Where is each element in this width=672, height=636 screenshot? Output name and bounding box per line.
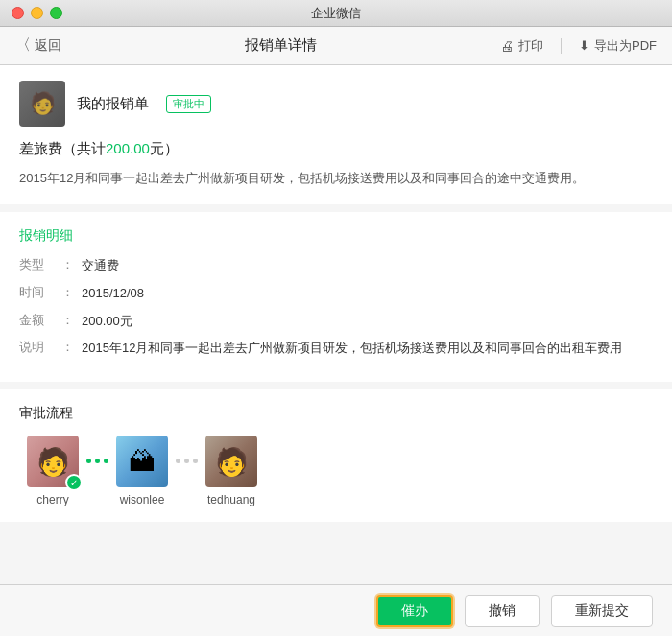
requester-section: 🧑 我的报销单 审批中 差旅费（共计200.00元） 2015年12月和同事一起… [0,65,672,204]
dot-1 [86,459,91,463]
dot-5 [184,459,189,463]
approval-avatar-wrap-wisonlee: 🏔 [116,436,168,487]
print-button[interactable]: 打印 [500,37,543,55]
bottom-bar: 催办 撤销 重新提交 [0,584,672,636]
detail-desc-row: 说明 ： 2015年12月和同事一起出差去广州做新项目研发，包括机场接送费用以及… [19,339,653,359]
dot-3 [104,459,108,463]
minimize-button[interactable] [31,7,43,19]
expense-title-text: 差旅费（共计 [19,140,106,156]
print-label: 打印 [518,37,543,55]
colon-1: ： [61,256,74,273]
time-label: 时间 [19,284,61,301]
nav-bar: 〈 返回 报销单详情 打印 导出为PDF [0,27,672,65]
confirm-button[interactable]: 催办 [376,595,453,627]
approval-flow: 🧑 ✓ cherry 🏔 wisonlee [19,436,653,506]
approval-person-tedhuang: 🧑 tedhuang [205,436,257,506]
dot-2 [95,459,100,463]
print-icon [500,38,514,54]
approval-dots-1 [86,459,108,463]
traffic-lights [12,7,62,19]
type-value: 交通费 [82,256,119,276]
dot-6 [193,459,198,463]
expense-title: 差旅费（共计200.00元） [19,140,653,158]
back-button[interactable]: 〈 返回 [15,35,61,56]
maximize-button[interactable] [50,7,62,19]
colon-4: ： [61,339,74,356]
chevron-left-icon: 〈 [15,35,31,56]
approval-name-cherry: cherry [36,493,68,506]
approval-title: 审批流程 [19,405,653,422]
cancel-button[interactable]: 撤销 [465,595,540,627]
avatar-image: 🧑 [19,81,65,127]
expense-amount: 200.00 [106,140,150,156]
title-bar: 企业微信 [0,0,672,27]
amount-label: 金额 [19,312,61,329]
requester-header: 🧑 我的报销单 审批中 [19,81,653,127]
dot-4 [176,459,180,463]
detail-title: 报销明细 [19,227,653,245]
approval-avatar-wrap-cherry: 🧑 ✓ [27,436,79,487]
content-area: 🧑 我的报销单 审批中 差旅费（共计200.00元） 2015年12月和同事一起… [0,65,672,584]
approval-avatar-wisonlee: 🏔 [116,436,168,487]
avatar: 🧑 [19,81,65,127]
expense-currency: 元） [150,140,179,156]
export-button[interactable]: 导出为PDF [579,37,657,55]
amount-value: 200.00元 [82,312,132,332]
resubmit-button[interactable]: 重新提交 [551,595,653,627]
colon-3: ： [61,312,74,329]
close-button[interactable] [12,7,24,19]
expense-description: 2015年12月和同事一起出差去广州做新项目研发，包括机场接送费用以及和同事回合… [19,168,653,189]
export-icon [579,38,589,53]
desc-value: 2015年12月和同事一起出差去广州做新项目研发，包括机场接送费用以及和同事回合… [82,339,622,359]
approval-person-wisonlee: 🏔 wisonlee [116,436,168,506]
approval-dots-2 [176,459,198,463]
colon-2: ： [61,284,74,301]
requester-name: 我的报销单 [77,95,149,113]
detail-type-row: 类型 ： 交通费 [19,256,653,276]
approval-avatar-tedhuang: 🧑 [205,436,257,487]
approval-avatar-wrap-tedhuang: 🧑 [205,436,257,487]
approval-person-cherry: 🧑 ✓ cherry [27,436,79,506]
export-label: 导出为PDF [594,37,657,55]
nav-actions: 打印 导出为PDF [500,37,657,55]
detail-time-row: 时间 ： 2015/12/08 [19,284,653,304]
time-value: 2015/12/08 [82,284,144,304]
approval-check-cherry: ✓ [65,474,83,491]
detail-section: 报销明细 类型 ： 交通费 时间 ： 2015/12/08 金额 ： 200.0… [0,212,672,382]
status-badge: 审批中 [166,95,211,113]
nav-divider [561,38,562,54]
approval-name-wisonlee: wisonlee [120,493,165,506]
detail-amount-row: 金额 ： 200.00元 [19,312,653,332]
type-label: 类型 [19,256,61,273]
page-title: 报销单详情 [61,36,500,55]
approval-name-tedhuang: tedhuang [207,493,255,506]
desc-label: 说明 [19,339,61,356]
approval-section: 审批流程 🧑 ✓ cherry 🏔 wisonle [0,389,672,522]
window-title: 企业微信 [311,5,361,22]
back-label: 返回 [35,37,61,55]
